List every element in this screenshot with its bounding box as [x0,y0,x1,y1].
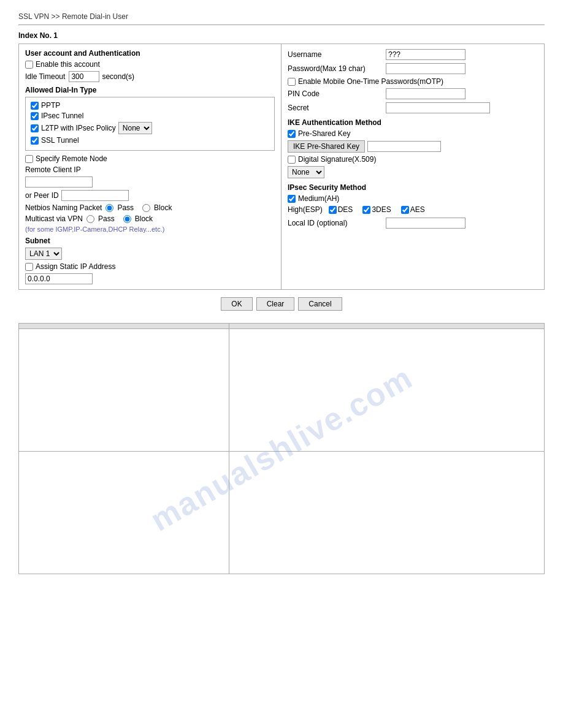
enable-account-label: Enable this account [36,60,100,69]
clear-button[interactable]: Clear [256,297,295,311]
netbios-block-label: Block [154,203,172,212]
ssl-tunnel-checkbox[interactable] [31,137,39,145]
allowed-dial-in-type-header: Allowed Dial-In Type [25,86,275,94]
remote-client-ip-input-row [25,176,275,188]
pptp-checkbox[interactable] [31,102,39,110]
pre-shared-key-checkbox[interactable] [288,130,296,138]
table-cell-1-1 [19,329,229,452]
netbios-block-radio[interactable] [142,204,150,212]
table-header-row [19,324,545,329]
peer-id-label: or Peer ID [25,191,59,200]
l2tp-label: L2TP with IPsec Policy [41,124,116,132]
password-row: Password(Max 19 char) [288,63,538,74]
local-id-input[interactable] [386,218,465,229]
subnet-section: Subnet LAN 1 LAN 2 Assign Static IP Addr… [25,237,275,284]
idle-timeout-row: Idle Timeout 300 second(s) [25,71,275,82]
password-input[interactable] [386,63,465,74]
assign-static-ip-checkbox[interactable] [25,263,33,271]
digital-signature-checkbox[interactable] [288,156,296,164]
des-label: DES [338,205,353,214]
enable-account-checkbox[interactable] [25,61,33,69]
username-row: Username [288,49,538,60]
multicast-pass-label: Pass [98,214,115,223]
pin-code-row: PIN Code [288,88,538,99]
enable-motp-label: Enable Mobile One-Time Passwords(mOTP) [298,77,443,86]
subnet-label: Subnet [25,237,275,245]
netbios-radio-group: Pass Block [105,203,174,212]
table-col2-header [229,324,544,329]
digital-signature-label: Digital Signature(X.509) [298,155,376,164]
subnet-select-row: LAN 1 LAN 2 [25,248,275,260]
medium-ah-checkbox[interactable] [288,195,296,203]
table-cell-2-1 [19,452,229,574]
des-group: DES [329,205,357,214]
static-ip-input-row [25,273,275,284]
enable-account-row: Enable this account [25,60,275,69]
static-ip-input[interactable] [25,273,93,284]
multicast-block-radio[interactable] [123,215,131,223]
secret-label: Secret [288,104,386,112]
ike-key-value-input[interactable] [367,141,441,152]
pptp-row: PPTP [31,101,269,110]
main-form: User account and Authentication Enable t… [18,44,545,290]
ipsec-tunnel-label: IPsec Tunnel [41,112,83,120]
enable-motp-checkbox[interactable] [288,78,296,86]
local-id-label: Local ID (optional) [288,219,386,227]
multicast-block-label: Block [135,214,153,223]
pin-code-label: PIN Code [288,89,386,98]
digital-signature-row: Digital Signature(X.509) [288,155,538,164]
assign-static-ip-row: Assign Static IP Address [25,262,275,271]
ok-button[interactable]: OK [221,297,252,311]
table-row [19,452,545,574]
secret-input[interactable] [386,102,490,113]
ssl-tunnel-label: SSL Tunnel [41,136,79,145]
aes-label: AES [410,205,425,214]
table-cell-1-2 [229,329,544,452]
secret-row: Secret [288,102,538,113]
index-label: Index No. 1 [18,31,545,40]
aes-checkbox[interactable] [401,206,409,214]
ike-pre-shared-key-button[interactable]: IKE Pre-Shared Key [288,140,365,153]
specify-remote-node-checkbox[interactable] [25,155,33,163]
multicast-label: Multicast via VPN [25,214,83,223]
table-cell-2-2 [229,452,544,574]
allowed-dial-in-box: PPTP IPsec Tunnel L2TP with IPsec Policy… [25,97,275,151]
medium-ah-label: Medium(AH) [298,194,339,203]
ssl-tunnel-row: SSL Tunnel [31,136,269,145]
netbios-pass-radio[interactable] [105,204,113,212]
ipsec-tunnel-checkbox[interactable] [31,112,39,120]
enable-motp-row: Enable Mobile One-Time Passwords(mOTP) [288,77,538,86]
three-des-checkbox[interactable] [362,206,370,214]
specify-remote-node-row: Specify Remote Node [25,154,275,163]
remote-client-ip-input[interactable] [25,176,93,188]
high-esp-label: High(ESP) [288,205,323,214]
high-esp-row: High(ESP) DES 3DES AES [288,205,538,214]
cancel-button[interactable]: Cancel [298,297,342,311]
specify-remote-node-label: Specify Remote Node [36,154,107,163]
pin-code-input[interactable] [386,88,465,99]
peer-id-input[interactable] [61,190,129,201]
data-table [18,323,545,574]
digital-signature-select[interactable]: None [288,166,324,178]
l2tp-policy-select[interactable]: None Nice Must [118,122,152,134]
l2tp-checkbox[interactable] [31,124,39,132]
left-panel: User account and Authentication Enable t… [19,44,282,289]
ike-key-input-row: IKE Pre-Shared Key [288,140,538,153]
ike-auth-section: IKE Authentication Method Pre-Shared Key… [288,118,538,178]
subnet-select[interactable]: LAN 1 LAN 2 [25,248,62,260]
username-input[interactable] [386,49,465,60]
netbios-pass-label: Pass [117,203,134,212]
aes-group: AES [401,205,429,214]
breadcrumb: SSL VPN >> Remote Dial-in User [18,12,545,25]
digital-signature-select-row: None [288,166,538,178]
multicast-pass-radio[interactable] [86,215,94,223]
three-des-label: 3DES [372,205,391,214]
netbios-row: Netbios Naming Packet Pass Block [25,203,275,212]
table-section: manualshlive.com [18,323,545,574]
multicast-radio-group: Pass Block [86,214,155,223]
assign-static-ip-label: Assign Static IP Address [36,262,116,271]
idle-timeout-input[interactable]: 300 [69,71,99,82]
ipsec-tunnel-row: IPsec Tunnel [31,112,269,120]
l2tp-row: L2TP with IPsec Policy None Nice Must [31,122,269,134]
des-checkbox[interactable] [329,206,337,214]
